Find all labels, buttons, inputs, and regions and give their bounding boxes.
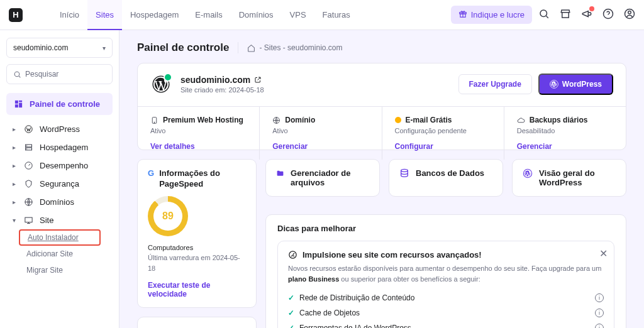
tip-item: Rede de Distribuição de Conteúdoi [288,290,604,305]
nav-tab-hospedagem[interactable]: Hospedagem [122,0,187,30]
sidebar-item-desempenho[interactable]: ▸Desempenho [6,156,113,175]
sidebar-search[interactable]: Pesquisar [6,64,113,84]
svg-point-14 [26,146,27,146]
databases-tile[interactable]: Bancos de Dados [389,159,503,197]
main-area: Painel de controle - Sites - seudominio.… [119,30,644,328]
tip-title: Impulsione seu site com recursos avançad… [303,250,482,260]
tip-item: Cache de Objetosi [288,305,604,320]
account-icon[interactable] [624,8,635,21]
svg-point-6 [14,72,19,77]
info-icon[interactable]: i [595,324,604,328]
svg-point-22 [154,122,155,123]
tip-item: Ferramentas de IA do WordPressi [288,320,604,328]
page-title: Painel de controle [137,41,229,54]
svg-point-2 [540,10,547,17]
nav-tab-faturas[interactable]: Faturas [314,0,358,30]
service-e-mail-grátis: E-mail GrátisConfiguração pendenteConfig… [382,107,504,160]
upgrade-button[interactable]: Fazer Upgrade [458,74,532,94]
tip-upgrade: ✕ Impulsione seu site com recursos avanç… [277,241,614,328]
site-created-label: Site criado em: 2024-05-18 [180,86,264,94]
wordpress-icon [523,168,533,180]
svg-point-15 [26,149,27,150]
wordpress-icon [150,74,172,95]
sidebar-sub-auto-instalador[interactable]: Auto Instalador [19,229,101,246]
svg-point-25 [523,169,531,177]
search-placeholder: Pesquisar [25,70,58,79]
help-icon[interactable] [602,8,614,21]
sidebar-item-segurança[interactable]: ▸Segurança [6,175,113,193]
folder-icon [276,168,284,178]
sidebar-control-panel[interactable]: Painel de controle [6,93,113,115]
sidebar-item-domínios[interactable]: ▸Domínios [6,193,113,211]
pagespeed-gauge: 89 [148,196,188,236]
logo[interactable]: H [9,8,23,22]
svg-rect-9 [19,103,22,108]
sidebar-sub-migrar-site[interactable]: Migrar Site [6,262,113,278]
external-link-icon[interactable] [254,76,262,84]
sidebar-sub-adicionar-site[interactable]: Adicionar Site [6,246,113,262]
referral-cta[interactable]: Indique e lucre [451,6,532,24]
pagespeed-run-button[interactable]: Executar teste de velocidade [148,281,246,298]
improvement-tips-card: Dicas para melhorar ✕ Impulsione seu sit… [265,214,626,328]
sidebar-item-wordpress[interactable]: ▸WordPress [6,120,113,138]
search-icon[interactable] [538,8,550,21]
domain-selector-value: seudominio.com [13,43,68,52]
gift-icon [458,9,467,20]
google-icon: G [148,168,154,179]
nav-tab-vps[interactable]: VPS [282,0,314,30]
pagespeed-tile[interactable]: G Informações do PageSpeed 89 Computador… [137,159,257,308]
svg-point-5 [628,11,631,14]
announcement-icon[interactable] [581,8,592,21]
tip-description: Novos recursos estarão disponíveis para … [288,263,604,284]
svg-rect-8 [19,101,22,102]
breadcrumb: - Sites - seudominio.com [247,43,342,52]
control-panel-label: Painel de controle [30,99,100,109]
database-icon [399,168,409,178]
svg-point-24 [401,169,408,172]
site-name: seudominio.com [180,75,264,85]
pagespeed-device: Computadores [148,243,246,253]
service-domínio: DomínioAtivoGerenciar [260,107,382,160]
pagespeed-lastscan: Última varredura em 2024-05-18 [148,253,246,273]
service-premium-web-hosting: Premium Web HostingAtivoVer detalhes [138,107,260,160]
site-overview-card: seudominio.com Site criado em: 2024-05-1… [137,63,626,150]
service-action[interactable]: Gerenciar [517,142,552,151]
tips-heading: Dicas para melhorar [277,224,614,233]
wordpress-overview-tile[interactable]: Visão geral do WordPress [512,159,626,197]
svg-rect-18 [25,217,32,222]
domain-selector[interactable]: seudominio.com ▾ [6,38,113,58]
service-backups-diários: Backups diáriosDesabilitadoGerenciar [504,107,626,160]
nav-tab-início[interactable]: Início [52,0,87,30]
info-icon[interactable]: i [595,293,604,302]
nav-tab-e-mails[interactable]: E-mails [187,0,230,30]
pagespeed-score: 89 [153,202,182,231]
service-action[interactable]: Configurar [395,142,433,151]
gauge-icon [288,250,297,260]
pagespeed-title: Informações do PageSpeed [159,168,246,190]
wordpress-button[interactable]: WordPress [538,74,613,95]
store-icon[interactable] [560,8,571,21]
nav-tab-sites[interactable]: Sites [87,0,122,30]
service-action[interactable]: Ver detalhes [150,142,195,151]
top-nav: H InícioSitesHospedagemE-mailsDomíniosVP… [0,0,644,30]
referral-label: Indique e lucre [471,10,525,19]
service-action[interactable]: Gerenciar [272,142,308,151]
home-icon [247,44,255,52]
nav-tab-domínios[interactable]: Domínios [231,0,282,30]
close-icon[interactable]: ✕ [599,248,608,260]
file-manager-tile[interactable]: Gerenciador de arquivos [265,159,380,197]
svg-rect-7 [15,101,18,104]
svg-rect-10 [15,104,18,107]
sidebar: seudominio.com ▾ Pesquisar Painel de con… [0,30,119,328]
security-card[interactable]: O site está seguro Nenhum malware encont… [137,317,257,328]
sidebar-item-site[interactable]: ▾Site [6,211,113,229]
info-icon[interactable]: i [595,309,604,317]
sidebar-item-hospedagem[interactable]: ▸Hospedagem [6,138,113,156]
chevron-down-icon: ▾ [103,45,106,52]
